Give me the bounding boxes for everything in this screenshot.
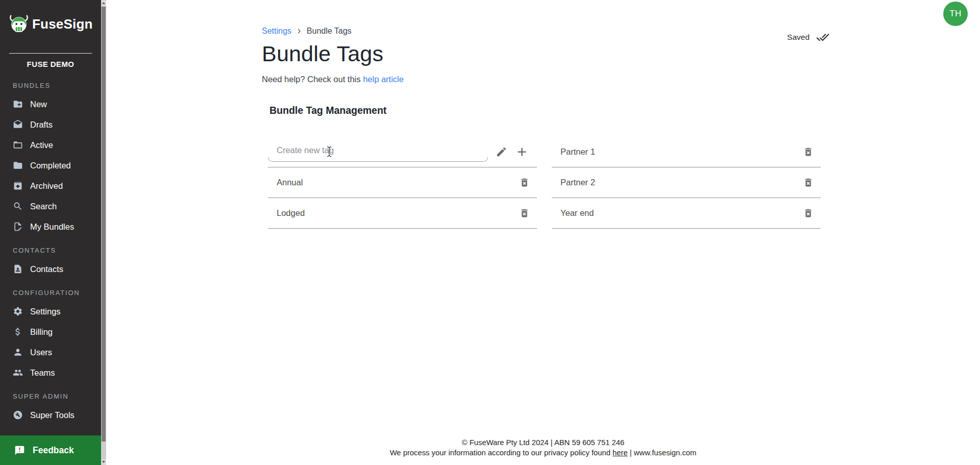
dollar-icon: [13, 327, 23, 337]
chevron-right-icon: [295, 27, 304, 36]
nav-section-bundles: BUNDLESNewDraftsActiveCompletedArchivedS…: [0, 68, 101, 237]
workspace-name: FUSE DEMO: [0, 60, 101, 68]
tag-row-annual: Annual: [268, 167, 537, 198]
save-status-label: Saved: [787, 33, 810, 42]
sidebar: FuseSign FUSE DEMO BUNDLESNewDraftsActiv…: [0, 0, 101, 465]
sidebar-item-label: Search: [30, 202, 57, 211]
tag-name: Partner 2: [560, 178, 803, 187]
sidebar-item-my-bundles[interactable]: My Bundles: [0, 216, 101, 237]
delete-tag-button[interactable]: [803, 208, 814, 218]
nav-section-label-super-admin: SUPER ADMIN: [0, 383, 101, 405]
sidebar-item-completed[interactable]: Completed: [0, 155, 101, 176]
scrollbar-down-arrow[interactable]: [101, 459, 106, 465]
delete-tag-button[interactable]: [519, 208, 530, 218]
scrollbar-up-arrow[interactable]: [101, 0, 106, 6]
trash-x-icon: [803, 177, 814, 188]
nav-section-contacts: CONTACTSContacts: [0, 237, 101, 279]
trash-x-icon: [519, 177, 530, 188]
section-heading: Bundle Tag Management: [270, 105, 821, 116]
tag-row-year-end: Year end: [552, 198, 821, 229]
save-status: Saved: [787, 31, 829, 44]
tag-name: Partner 1: [560, 147, 803, 157]
create-tag-row: [268, 137, 537, 167]
sidebar-item-label: New: [30, 100, 47, 109]
tag-name: Lodged: [277, 208, 519, 218]
tag-row-partner-2: Partner 2: [552, 167, 821, 198]
brand-name: FuseSign: [32, 16, 93, 32]
sidebar-nav: BUNDLESNewDraftsActiveCompletedArchivedS…: [0, 68, 101, 435]
help-text: Need help? Check out this: [262, 75, 361, 84]
feedback-button[interactable]: Feedback: [0, 435, 101, 465]
trash-x-icon: [519, 208, 530, 218]
tag-column-left: AnnualLodged: [268, 137, 537, 229]
delete-tag-button[interactable]: [803, 146, 814, 157]
sidebar-item-label: Archived: [30, 181, 63, 191]
sidebar-item-label: Users: [30, 348, 52, 357]
footer-site-text: | www.fusesign.com: [630, 449, 696, 457]
create-tag-input[interactable]: [268, 140, 488, 164]
nav-section-label-bundles: BUNDLES: [0, 68, 101, 94]
sidebar-item-search[interactable]: Search: [0, 196, 101, 216]
sidebar-item-label: Teams: [30, 368, 55, 378]
document-edit-icon: [13, 222, 23, 232]
sidebar-item-archived[interactable]: Archived: [0, 176, 101, 196]
folder-filled-icon: [13, 160, 23, 170]
privacy-policy-link[interactable]: here: [612, 449, 628, 457]
avatar[interactable]: TH: [943, 2, 968, 26]
sidebar-item-super-tools[interactable]: Super Tools: [0, 405, 101, 425]
nav-section-super-admin: SUPER ADMINSuper Tools: [0, 383, 101, 425]
fusesign-robot-icon: [8, 13, 30, 35]
footer-privacy-text: We process your information according to…: [390, 449, 610, 457]
scrollbar-thumb[interactable]: [102, 7, 106, 442]
sidebar-item-label: Active: [30, 140, 53, 150]
app-window: FuseSign FUSE DEMO BUNDLESNewDraftsActiv…: [0, 0, 980, 465]
sidebar-item-new[interactable]: New: [0, 94, 101, 114]
help-article-link[interactable]: help article: [363, 75, 404, 84]
delete-tag-button[interactable]: [803, 177, 814, 188]
sidebar-item-billing[interactable]: Billing: [0, 322, 101, 342]
feedback-label: Feedback: [33, 445, 74, 456]
page-scrollbar: [101, 0, 106, 465]
sidebar-divider: [9, 53, 92, 54]
wrench-circle-icon: [13, 410, 23, 420]
people-icon: [13, 368, 23, 378]
sidebar-item-label: Completed: [30, 161, 71, 170]
drafts-envelope-icon: [13, 119, 23, 130]
app-logo: FuseSign: [0, 0, 101, 35]
breadcrumb-current: Bundle Tags: [307, 27, 352, 36]
trash-x-icon: [803, 208, 814, 218]
sidebar-item-label: My Bundles: [30, 222, 74, 232]
done-all-icon: [816, 31, 829, 44]
nav-section-configuration: CONFIGURATIONSettingsBillingUsersTeams: [0, 279, 101, 383]
sidebar-item-teams[interactable]: Teams: [0, 362, 101, 383]
tag-row-partner-1: Partner 1: [552, 137, 821, 167]
plus-icon: [515, 145, 529, 159]
add-tag-button[interactable]: [515, 145, 529, 159]
sidebar-item-label: Billing: [30, 327, 53, 337]
folder-outline-icon: [13, 140, 23, 150]
nav-section-label-configuration: CONFIGURATION: [0, 279, 101, 301]
sidebar-item-label: Settings: [30, 307, 61, 316]
sidebar-item-label: Drafts: [30, 120, 53, 130]
footer-copyright: © FuseWare Pty Ltd 2024 | ABN 59 605 751…: [106, 437, 980, 448]
tag-row-lodged: Lodged: [268, 198, 537, 229]
sidebar-item-active[interactable]: Active: [0, 135, 101, 155]
delete-tag-button[interactable]: [519, 177, 530, 188]
breadcrumb: Settings Bundle Tags: [262, 0, 821, 36]
sidebar-item-settings[interactable]: Settings: [0, 301, 101, 322]
feedback-icon: [14, 445, 25, 456]
tag-grid: AnnualLodged Partner 1Partner 2Year end: [268, 137, 821, 229]
gear-icon: [13, 306, 23, 316]
breadcrumb-settings-link[interactable]: Settings: [262, 27, 291, 36]
sidebar-item-users[interactable]: Users: [0, 342, 101, 362]
sidebar-item-contacts[interactable]: Contacts: [0, 259, 101, 279]
new-folder-icon: [13, 99, 23, 109]
contact-page-icon: [13, 264, 23, 274]
sidebar-item-drafts[interactable]: Drafts: [0, 114, 101, 135]
page-title: Bundle Tags: [262, 41, 821, 66]
person-icon: [13, 347, 23, 357]
page-body: Settings Bundle Tags Bundle Tags Need he…: [262, 0, 821, 229]
tag-column-right: Partner 1Partner 2Year end: [552, 137, 821, 229]
edit-pencil-icon: [496, 146, 507, 158]
create-tag-field: [268, 140, 488, 164]
